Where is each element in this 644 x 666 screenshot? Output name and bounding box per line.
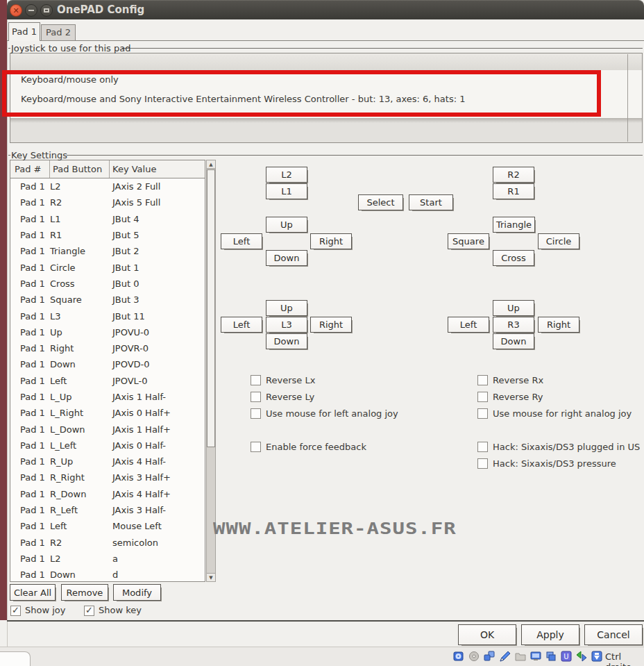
lstick-left-button[interactable]: Left <box>221 317 262 333</box>
table-row[interactable]: Pad 1L_RightJAxis 0 Half+ <box>10 405 205 421</box>
table-row[interactable]: Pad 1L3JBut 11 <box>10 308 205 324</box>
modify-button[interactable]: Modify <box>113 584 161 601</box>
key-bindings-table[interactable]: Pad # Pad Button Key Value Pad 1L2JAxis … <box>10 160 205 582</box>
arrow-down-icon[interactable] <box>591 651 602 662</box>
lstick-right-button[interactable]: Right <box>310 317 352 333</box>
host-key-indicator: Ctrl droite <box>605 651 644 666</box>
key-value-cell: JAxis 4 Half- <box>110 456 205 467</box>
window-titlebar[interactable]: ✕ OnePAD Config <box>7 0 644 19</box>
table-row[interactable]: Pad 1R_UpJAxis 4 Half- <box>10 453 205 469</box>
table-row[interactable]: Pad 1R2JAxis 5 Full <box>10 194 205 210</box>
dpad-left-button[interactable]: Left <box>221 233 262 249</box>
reverse-ry-checkbox[interactable] <box>477 392 488 402</box>
hack-sixaxis-pressure-checkbox[interactable] <box>477 458 488 469</box>
table-row[interactable]: Pad 1CircleJBut 1 <box>10 259 205 275</box>
pad-number-cell: Pad 1 <box>10 456 50 467</box>
sync-arrows-icon[interactable] <box>576 651 587 662</box>
show-joy-checkbox[interactable] <box>10 606 21 616</box>
tab-pad-1[interactable]: Pad 1 <box>8 22 40 41</box>
ok-button[interactable]: OK <box>458 624 516 645</box>
table-row[interactable]: Pad 1L_UpJAxis 1 Half- <box>10 389 205 405</box>
table-row[interactable]: Pad 1L_DownJAxis 1 Half+ <box>10 421 205 437</box>
circle-button[interactable]: Circle <box>538 233 579 249</box>
clear-all-button[interactable]: Clear All <box>10 584 56 601</box>
r3-button[interactable]: R3 <box>493 317 534 333</box>
header-key-value[interactable]: Key Value <box>110 160 205 178</box>
table-row[interactable]: Pad 1L1JBut 4 <box>10 211 205 227</box>
table-row[interactable]: Pad 1R_RightJAxis 3 Half+ <box>10 469 205 485</box>
rstick-down-button[interactable]: Down <box>493 333 534 349</box>
mouse-right-analog-checkbox[interactable] <box>477 408 488 419</box>
remove-button[interactable]: Remove <box>61 584 108 601</box>
table-row[interactable]: Pad 1L_LeftJAxis 0 Half- <box>10 438 205 453</box>
table-row[interactable]: Pad 1SquareJBut 3 <box>10 292 205 308</box>
rstick-left-button[interactable]: Left <box>448 317 489 333</box>
square-button[interactable]: Square <box>448 233 489 249</box>
dpad-down-button[interactable]: Down <box>266 250 307 266</box>
reverse-lx-checkbox[interactable] <box>251 375 261 385</box>
force-feedback-checkbox[interactable] <box>251 442 261 452</box>
table-row[interactable]: Pad 1L2JAxis 2 Full <box>10 178 205 194</box>
apply-button[interactable]: Apply <box>521 624 579 645</box>
reverse-rx-checkbox[interactable] <box>477 375 488 385</box>
table-row[interactable]: Pad 1DownJPOVD-0 <box>10 356 205 372</box>
table-row[interactable]: Pad 1LeftMouse Left <box>10 518 205 534</box>
l2-button[interactable]: L2 <box>266 167 307 183</box>
listbox-scrollbar[interactable] <box>627 54 628 142</box>
pad-number-cell: Pad 1 <box>10 343 50 353</box>
show-key-checkbox[interactable] <box>84 606 94 616</box>
maximize-button[interactable] <box>40 4 53 17</box>
l3-button[interactable]: L3 <box>266 317 307 333</box>
cross-button[interactable]: Cross <box>493 250 534 266</box>
cancel-button[interactable]: Cancel <box>584 624 643 645</box>
optical-disc-icon[interactable] <box>468 651 480 662</box>
lstick-down-button[interactable]: Down <box>266 333 307 349</box>
network-icon[interactable] <box>484 651 495 662</box>
host-corner-popup <box>0 651 31 666</box>
select-button[interactable]: Select <box>358 194 403 210</box>
dpad-up-button[interactable]: Up <box>266 217 307 233</box>
virtualbox-vm-screen: ✕ OnePAD Config Pad 1 Pad 2 Joystick to … <box>0 0 644 666</box>
table-row[interactable]: Pad 1UpJPOVU-0 <box>10 324 205 340</box>
table-scrollbar[interactable]: ▲ ▼ <box>206 160 216 582</box>
pen-icon[interactable] <box>500 651 511 662</box>
table-row[interactable]: Pad 1RightJPOVR-0 <box>10 340 205 356</box>
table-row[interactable]: Pad 1R1JBut 5 <box>10 227 205 243</box>
table-row[interactable]: Pad 1TriangleJBut 2 <box>10 243 205 259</box>
display-icon[interactable] <box>530 651 541 662</box>
scroll-down-icon[interactable]: ▼ <box>207 573 215 581</box>
folder-icon[interactable] <box>515 651 526 662</box>
hack-sixaxis-usb-checkbox[interactable] <box>477 442 488 452</box>
l1-button[interactable]: L1 <box>266 183 307 199</box>
tab-pad-2[interactable]: Pad 2 <box>41 24 76 41</box>
windows-icon[interactable] <box>545 651 557 662</box>
scroll-up-icon[interactable]: ▲ <box>207 160 215 169</box>
close-button[interactable]: ✕ <box>10 4 22 17</box>
table-row[interactable]: Pad 1R_DownJAxis 4 Half+ <box>10 486 205 502</box>
reverse-ly-checkbox[interactable] <box>251 392 261 402</box>
table-row[interactable]: Pad 1CrossJBut 0 <box>10 276 205 292</box>
scrollbar-thumb[interactable] <box>207 169 215 447</box>
r2-button[interactable]: R2 <box>493 167 534 183</box>
header-pad-button[interactable]: Pad Button <box>50 160 110 178</box>
header-pad-number[interactable]: Pad # <box>10 160 50 178</box>
table-row[interactable]: Pad 1R_LeftJAxis 3 Half- <box>10 502 205 518</box>
hard-disk-icon[interactable] <box>453 651 464 662</box>
usb-icon[interactable]: U <box>561 651 572 662</box>
pad-button-cell: L2 <box>50 181 110 192</box>
frame-line-right <box>122 48 643 49</box>
r1-button[interactable]: R1 <box>493 183 534 199</box>
dpad-right-button[interactable]: Right <box>310 233 352 249</box>
table-row[interactable]: Pad 1R2semicolon <box>10 535 205 551</box>
table-row[interactable]: Pad 1L2a <box>10 551 205 567</box>
table-row[interactable]: Pad 1Downd <box>10 567 205 582</box>
triangle-button[interactable]: Triangle <box>493 217 535 233</box>
mouse-left-analog-checkbox[interactable] <box>251 408 261 419</box>
key-value-cell: JBut 11 <box>110 311 205 322</box>
minimize-button[interactable] <box>25 4 37 17</box>
start-button[interactable]: Start <box>409 194 453 210</box>
lstick-up-button[interactable]: Up <box>266 300 307 316</box>
rstick-up-button[interactable]: Up <box>493 300 534 316</box>
rstick-right-button[interactable]: Right <box>538 317 579 333</box>
table-row[interactable]: Pad 1LeftJPOVL-0 <box>10 373 205 389</box>
